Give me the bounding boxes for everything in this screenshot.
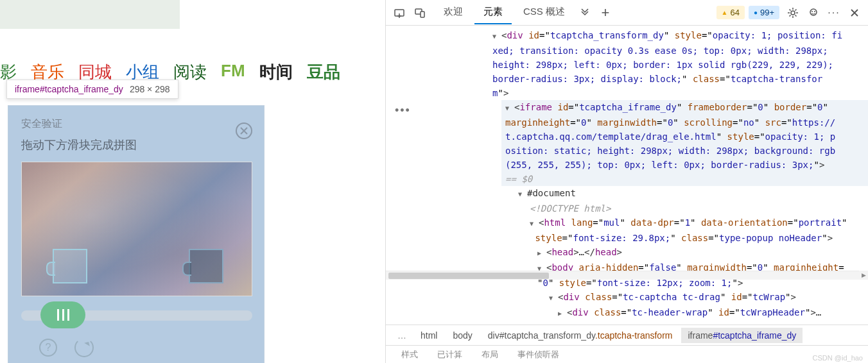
warnings-badge[interactable]: ▲64 — [716, 6, 745, 19]
tab-styles[interactable]: 样式 — [401, 349, 418, 360]
page-background-block — [0, 0, 180, 29]
nav-market[interactable]: 豆品 — [307, 61, 340, 83]
captcha-refresh-button[interactable] — [75, 339, 93, 357]
svg-rect-2 — [421, 12, 424, 17]
close-devtools-icon[interactable] — [845, 3, 864, 22]
dom-line-actions-icon[interactable]: ••• — [395, 104, 411, 117]
tooltip-dimensions: 298 × 298 — [130, 84, 170, 94]
captcha-instruction: 拖动下方滑块完成拼图 — [21, 137, 251, 153]
captcha-title: 安全验证 — [21, 117, 251, 131]
dom-node-tcheader[interactable]: <div class="tc-header-wrap" id="tcWrapHe… — [554, 305, 868, 318]
captcha-slider-track[interactable] — [21, 310, 252, 321]
captcha-iframe-highlight: 安全验证 拖动下方滑块完成拼图 ? — [8, 105, 265, 363]
breadcrumb-more-icon[interactable]: … — [392, 330, 412, 341]
styles-tabs: 样式 已计算 布局 事件侦听器 — [386, 345, 868, 363]
more-tabs-icon[interactable] — [575, 3, 595, 22]
tab-welcome[interactable]: 欢迎 — [435, 1, 472, 24]
breadcrumb-iframe-selected[interactable]: iframe#tcaptcha_iframe_dy — [681, 328, 803, 343]
captcha-slider-handle[interactable] — [40, 301, 85, 328]
svg-point-3 — [791, 11, 795, 15]
tab-layout[interactable]: 布局 — [482, 349, 498, 360]
selected-marker: == $0 — [501, 172, 868, 186]
nav-fm[interactable]: FM — [221, 61, 245, 83]
element-inspector-tooltip: iframe#tcaptcha_iframe_dy 298 × 298 — [6, 80, 178, 99]
tab-listeners[interactable]: 事件侦听器 — [517, 349, 559, 360]
breadcrumb-div[interactable]: div#tcaptcha_transform_dy.tcaptcha-trans… — [482, 328, 679, 343]
dom-tree-panel[interactable]: ••• <div id="tcaptcha_transform_dy" styl… — [386, 26, 868, 325]
dom-node-head[interactable]: <head>…</head> — [534, 245, 868, 260]
puzzle-piece — [189, 249, 223, 283]
captcha-close-button[interactable] — [236, 122, 252, 139]
watermark: CSDN @id_hao — [813, 354, 863, 362]
dom-node-div[interactable]: <div id="tcaptcha_transform_dy" style="o… — [489, 28, 868, 44]
puzzle-target-slot — [53, 249, 87, 283]
breadcrumb-html[interactable]: html — [414, 328, 444, 343]
warning-icon: ▲ — [722, 9, 728, 16]
dom-node-document[interactable]: #document — [514, 186, 868, 201]
settings-icon[interactable] — [783, 3, 803, 22]
nav-read[interactable]: 阅读 — [173, 61, 207, 83]
info-icon: ● — [754, 9, 758, 16]
horizontal-scrollbar[interactable] — [386, 271, 859, 280]
feedback-icon[interactable] — [804, 3, 823, 22]
tab-computed[interactable]: 已计算 — [437, 349, 462, 360]
scrollbar-thumb[interactable] — [388, 273, 549, 279]
dom-node-tcwrap[interactable]: <div class="tc-captcha tc-drag" id="tcWr… — [545, 290, 868, 305]
dom-node-html[interactable]: <html lang="mul" data-dpr="1" data-orien… — [526, 215, 868, 231]
inspect-element-icon[interactable] — [390, 3, 409, 22]
captcha-puzzle-image[interactable] — [21, 162, 252, 296]
captcha-help-button[interactable]: ? — [39, 339, 57, 357]
dom-node-iframe-selected[interactable]: <iframe id="tcaptcha_iframe_dy" framebor… — [501, 100, 868, 115]
devtools-toolbar: 欢迎 元素 CSS 概述 + ▲64 ●99+ ··· — [386, 0, 868, 26]
dom-breadcrumb: … html body div#tcaptcha_transform_dy.tc… — [386, 325, 868, 345]
svg-point-6 — [814, 11, 815, 12]
tab-css-overview[interactable]: CSS 概述 — [514, 1, 574, 24]
scrollbar-corner[interactable]: ▶ — [859, 271, 868, 280]
svg-point-5 — [812, 11, 813, 12]
close-icon — [239, 126, 248, 135]
dom-node-doctype[interactable]: <!DOCTYPE html> — [526, 201, 868, 215]
nav-time[interactable]: 时间 — [259, 61, 293, 83]
more-options-icon[interactable]: ··· — [824, 3, 844, 22]
new-tab-icon[interactable]: + — [596, 3, 615, 22]
tab-elements[interactable]: 元素 — [474, 1, 512, 24]
tooltip-selector: iframe#tcaptcha_iframe_dy — [15, 84, 123, 94]
device-toolbar-icon[interactable] — [410, 3, 430, 22]
info-badge[interactable]: ●99+ — [749, 6, 779, 19]
devtools-panel: 欢迎 元素 CSS 概述 + ▲64 ●99+ ··· ••• <div id=… — [385, 0, 868, 363]
breadcrumb-body[interactable]: body — [446, 328, 478, 343]
